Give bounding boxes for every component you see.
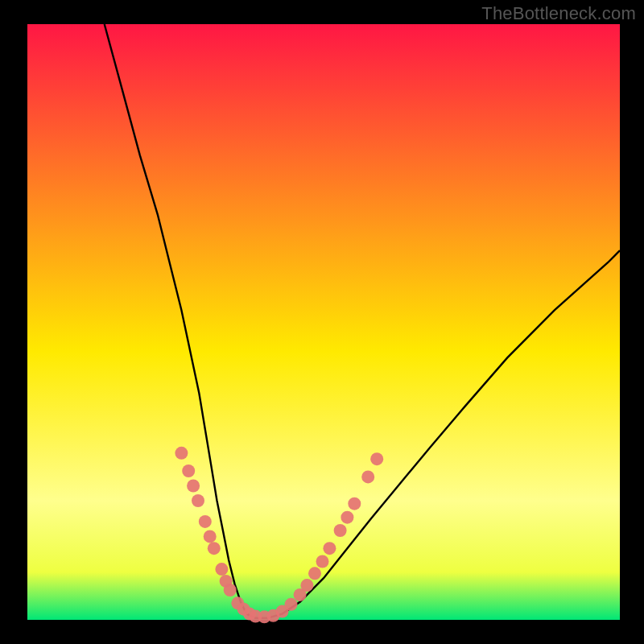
plot-background: [27, 24, 620, 620]
chart-svg: [0, 0, 644, 644]
marker-dot: [224, 584, 237, 597]
marker-dot: [285, 598, 298, 611]
marker-dot: [175, 447, 188, 460]
marker-dot: [316, 555, 329, 568]
marker-dot: [370, 452, 383, 465]
marker-dot: [204, 530, 217, 543]
marker-dot: [192, 494, 204, 507]
marker-dot: [182, 464, 195, 477]
marker-dot: [215, 563, 228, 576]
marker-dot: [187, 480, 200, 493]
marker-dot: [208, 542, 221, 555]
marker-dot: [361, 470, 374, 483]
marker-dot: [334, 524, 347, 537]
marker-dot: [199, 515, 212, 528]
chart-frame: TheBottleneck.com: [0, 0, 644, 644]
watermark-text: TheBottleneck.com: [481, 3, 636, 24]
marker-dot: [300, 579, 313, 592]
marker-dot: [323, 542, 336, 555]
marker-dot: [348, 497, 361, 510]
marker-dot: [341, 511, 353, 524]
marker-dot: [308, 567, 321, 580]
